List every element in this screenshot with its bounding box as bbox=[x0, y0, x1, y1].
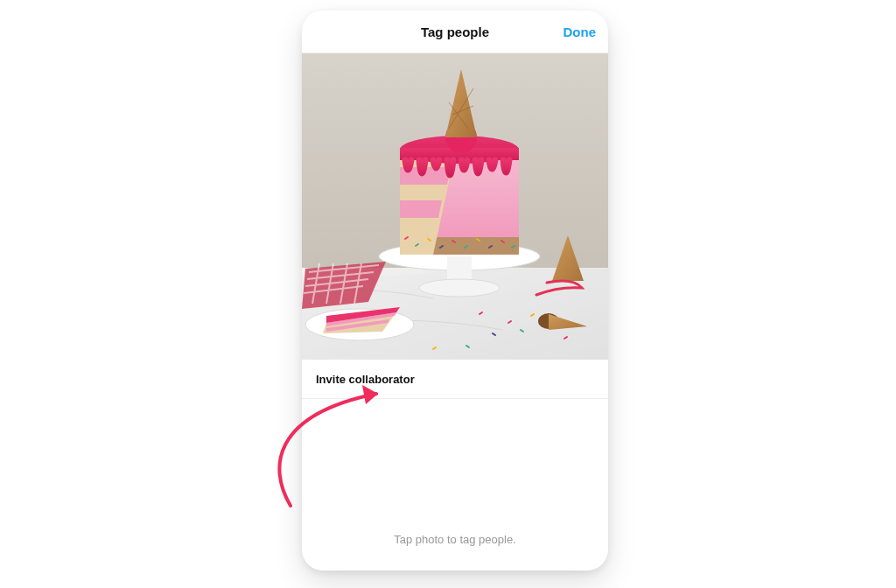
screen-header: Tag people Done bbox=[302, 10, 608, 53]
hint-area: Tap photo to tag people. bbox=[302, 399, 608, 570]
photo-area[interactable] bbox=[302, 53, 608, 360]
tag-photo[interactable] bbox=[302, 53, 608, 360]
done-button[interactable]: Done bbox=[564, 10, 597, 52]
invite-collaborator-button[interactable]: Invite collaborator bbox=[302, 360, 608, 399]
tap-photo-hint: Tap photo to tag people. bbox=[394, 533, 516, 546]
phone-frame: Tag people Done bbox=[302, 10, 608, 570]
page-title: Tag people bbox=[421, 24, 489, 39]
invite-collaborator-label: Invite collaborator bbox=[316, 373, 415, 386]
